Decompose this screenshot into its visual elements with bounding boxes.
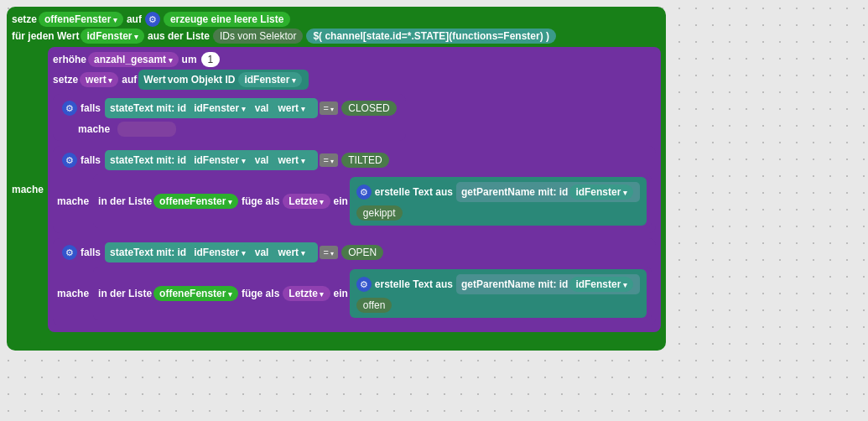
open-string: OPEN — [341, 245, 383, 260]
workspace: setze offeneFenster auf ⚙ erzeuge eine l… — [0, 0, 868, 421]
falls1-block: ⚙ falls stateText mit: id idFenster val … — [53, 94, 406, 141]
idfenster-pill-5[interactable]: idFenster — [569, 185, 633, 200]
idfenster-pill-2[interactable]: idFenster — [238, 72, 302, 87]
falls2-block: ⚙ falls stateText mit: id idFenster val … — [53, 146, 656, 233]
line-erhoehe: erhöhe anzahl_gesamt um 1 — [53, 52, 656, 67]
wert-pill-3[interactable]: wert — [272, 153, 310, 168]
wert-pill-2[interactable]: wert — [272, 101, 310, 116]
wert-pill-4[interactable]: wert — [272, 245, 310, 260]
setze-label: setze — [12, 13, 37, 25]
erstelle-text-block-2: ⚙ erstelle Text aus getParentName mit: i… — [350, 177, 647, 226]
line-fuer: für jeden Wert idFenster aus der Liste I… — [12, 29, 661, 44]
val-label-2: val — [255, 154, 269, 166]
erstelle-text-label-2: erstelle Text aus — [375, 186, 453, 198]
gear-icon-3: ⚙ — [62, 153, 77, 168]
state-text-label-1: stateText mit: id — [110, 102, 186, 114]
gekippt-row: gekippt — [355, 205, 404, 221]
fuer-label: für jeden Wert — [12, 30, 79, 42]
falls1-container: ⚙ falls stateText mit: id idFenster val … — [53, 92, 656, 143]
getparent-label-3: getParentName mit: id — [461, 278, 568, 290]
fuege-als-label-2: füge als — [242, 195, 279, 207]
falls3-container: ⚙ falls stateText mit: id idFenster val … — [53, 236, 656, 327]
wert-pill[interactable]: wert — [80, 72, 118, 87]
aus-label: aus der Liste — [148, 30, 210, 42]
offene-fenster-pill-3[interactable]: offeneFenster — [153, 286, 238, 301]
erstelle-text-row-3: ⚙ erstelle Text aus getParentName mit: i… — [355, 274, 642, 294]
ein-label-3: ein — [334, 288, 348, 299]
state-text-1: stateText mit: id idFenster val wert — [105, 98, 318, 118]
gear-icon-4: ⚙ — [356, 185, 372, 200]
falls2-mache: mache in der Liste offeneFenster füge al… — [57, 174, 652, 229]
ein-label-2: ein — [334, 195, 348, 207]
erhoehe-label: erhöhe — [53, 54, 86, 65]
falls3-label: falls — [81, 247, 101, 258]
closed-string: CLOSED — [341, 101, 396, 116]
falls2-row: ⚙ falls stateText mit: id idFenster val … — [57, 148, 652, 172]
tilted-string: TILTED — [341, 153, 388, 168]
falls1-row: ⚙ falls stateText mit: id idFenster val … — [57, 96, 402, 120]
in-der-liste-block-2: in der Liste offeneFenster füge als Letz… — [93, 174, 652, 228]
idfenster-pill-4[interactable]: idFenster — [188, 153, 252, 168]
line-setze-wert: setze wert auf Wert vom Objekt ID idFens… — [53, 69, 656, 91]
idfenster-pill-6[interactable]: idFenster — [188, 245, 252, 260]
in-der-liste-label-3: in der Liste — [98, 288, 152, 299]
mache-line: mache erhöhe anzahl_gesamt um 1 setze we… — [12, 45, 661, 334]
erstelle-text-row-2: ⚙ erstelle Text aus getParentName mit: i… — [355, 182, 642, 202]
falls3-row: ⚙ falls stateText mit: id idFenster val … — [57, 241, 652, 264]
gear-icon-6: ⚙ — [356, 277, 372, 292]
wert-vom-label: Wert — [143, 74, 165, 86]
erstelle-text-label-3: erstelle Text aus — [375, 278, 453, 290]
idfenster-pill-3[interactable]: idFenster — [188, 101, 252, 116]
in-der-liste-label-2: in der Liste — [98, 195, 152, 207]
um-label: um — [182, 54, 197, 65]
auf-label-2: auf — [122, 74, 137, 86]
falls3-block: ⚙ falls stateText mit: id idFenster val … — [53, 238, 656, 325]
gear-icon-1: ⚙ — [145, 12, 160, 27]
erzeuge-liste-label: erzeuge eine leere Liste — [164, 12, 290, 27]
line-setze: setze offeneFenster auf ⚙ erzeuge eine l… — [12, 12, 661, 27]
ids-label: IDs vom Selektor — [213, 29, 303, 44]
val-label-3: val — [255, 247, 269, 258]
erstelle-text-block-3: ⚙ erstelle Text aus getParentName mit: i… — [350, 269, 647, 318]
fuege-als-label-3: füge als — [242, 288, 279, 299]
anzahl-gesamt-pill[interactable]: anzahl_gesamt — [88, 52, 179, 67]
val-label-1: val — [255, 102, 269, 114]
getparent-label-2: getParentName mit: id — [461, 186, 568, 198]
state-text-label-2: stateText mit: id — [110, 154, 186, 166]
gekippt-string: gekippt — [356, 205, 403, 221]
one-value: 1 — [201, 52, 221, 67]
falls2-label: falls — [81, 154, 101, 166]
letzte-pill-3[interactable]: Letzte — [283, 286, 330, 301]
state-text-2: stateText mit: id idFenster val wert — [105, 150, 318, 170]
offen-string: offen — [356, 298, 392, 313]
in-der-liste-block-3: in der Liste offeneFenster füge als Letz… — [93, 267, 652, 320]
getparent-block-2: getParentName mit: id idFenster — [456, 182, 640, 202]
selector-label: $( channel[state.id=*.STATE](functions=F… — [306, 29, 556, 44]
offene-fenster-pill[interactable]: offeneFenster — [39, 12, 123, 27]
eq-2[interactable]: = — [320, 153, 339, 167]
main-block: setze offeneFenster auf ⚙ erzeuge eine l… — [7, 7, 666, 351]
getparent-block-3: getParentName mit: id idFenster — [456, 274, 640, 294]
gear-icon-2: ⚙ — [62, 101, 77, 116]
mache-label-1: mache — [12, 184, 44, 195]
vom-label: vom Objekt ID — [168, 74, 236, 86]
purple-scope-1: erhöhe anzahl_gesamt um 1 setze wert auf… — [48, 47, 661, 332]
eq-3[interactable]: = — [320, 246, 339, 259]
state-text-label-3: stateText mit: id — [110, 247, 186, 258]
eq-1[interactable]: = — [320, 101, 339, 115]
falls1-mache: mache — [57, 122, 402, 137]
falls1-label: falls — [81, 102, 101, 114]
letzte-pill-2[interactable]: Letzte — [283, 194, 330, 209]
offene-fenster-pill-2[interactable]: offeneFenster — [153, 194, 238, 209]
mache-label-4: mache — [57, 288, 89, 299]
auf-label: auf — [127, 13, 142, 25]
offen-row: offen — [355, 298, 393, 313]
idfenster-pill-1[interactable]: idFenster — [81, 29, 144, 44]
gear-icon-5: ⚙ — [62, 245, 77, 260]
state-text-3: stateText mit: id idFenster val wert — [105, 242, 318, 262]
setze-label-2: setze — [53, 74, 78, 86]
mache-label-3: mache — [57, 195, 89, 207]
falls3-mache: mache in der Liste offeneFenster füge al… — [57, 266, 652, 321]
idfenster-pill-7[interactable]: idFenster — [569, 277, 633, 292]
falls2-container: ⚙ falls stateText mit: id idFenster val … — [53, 144, 656, 235]
